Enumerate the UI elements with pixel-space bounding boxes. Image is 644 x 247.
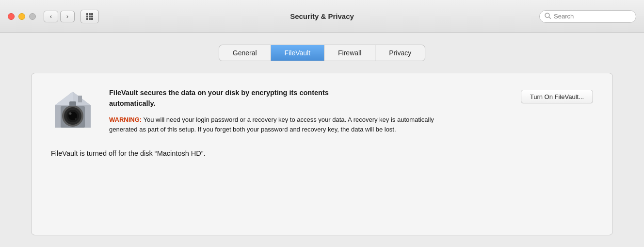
tab-bar: General FileVault Firewall Privacy (219, 45, 425, 61)
filevault-description: FileVault secures the data on your disk … (109, 88, 342, 109)
description-row: FileVault secures the data on your disk … (109, 88, 593, 109)
svg-rect-0 (86, 13, 88, 15)
turn-on-filevault-button[interactable]: Turn On FileVault... (521, 90, 593, 103)
tab-general[interactable]: General (219, 45, 271, 61)
svg-rect-7 (89, 18, 91, 20)
warning-text: WARNING: You will need your login passwo… (109, 115, 449, 135)
filevault-status: FileVault is turned off for the disk “Ma… (51, 149, 593, 157)
svg-point-20 (75, 118, 77, 120)
filevault-panel: FileVault secures the data on your disk … (31, 73, 613, 235)
svg-rect-3 (86, 16, 88, 17)
svg-rect-6 (86, 18, 88, 20)
nav-buttons: ‹ › (44, 11, 75, 22)
forward-button[interactable]: › (60, 11, 75, 22)
search-input[interactable] (554, 13, 631, 20)
panel-top: FileVault secures the data on your disk … (51, 88, 593, 135)
content-area: General FileVault Firewall Privacy (0, 33, 644, 247)
warning-label: WARNING: (109, 116, 142, 123)
filevault-icon (51, 88, 95, 132)
tab-firewall[interactable]: Firewall (324, 45, 375, 61)
svg-rect-22 (78, 96, 82, 102)
window-title: Security & Privacy (105, 12, 539, 20)
svg-rect-21 (69, 101, 76, 106)
traffic-lights (8, 13, 36, 20)
tab-filevault[interactable]: FileVault (271, 45, 324, 61)
svg-rect-1 (89, 13, 91, 15)
panel-text-area: FileVault secures the data on your disk … (109, 88, 593, 135)
search-box[interactable] (539, 10, 636, 23)
tab-privacy[interactable]: Privacy (375, 45, 425, 61)
svg-rect-5 (91, 16, 93, 17)
svg-rect-4 (89, 16, 91, 17)
titlebar: ‹ › Security & Privacy (0, 0, 644, 33)
grid-button[interactable] (80, 10, 99, 23)
close-button[interactable] (8, 13, 15, 20)
minimize-button[interactable] (18, 13, 25, 20)
search-icon (545, 13, 551, 20)
svg-point-19 (69, 113, 72, 115)
maximize-button[interactable] (29, 13, 36, 20)
warning-body: You will need your login password or a r… (109, 116, 434, 133)
svg-rect-2 (91, 13, 93, 15)
svg-line-10 (549, 17, 551, 19)
svg-rect-8 (91, 18, 93, 20)
back-button[interactable]: ‹ (44, 11, 58, 22)
